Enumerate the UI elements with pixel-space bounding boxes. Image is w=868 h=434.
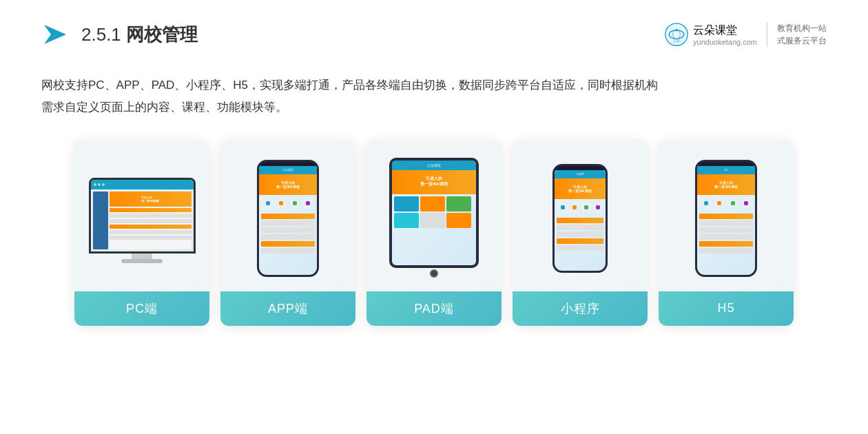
phone-screen-app: 云朵课堂 引进人的第一堂WA课程 — [259, 166, 317, 275]
pc-row-1 — [110, 208, 192, 212]
card-miniprogram-label: 小程序 — [513, 291, 648, 326]
phone-icons-h5 — [697, 195, 755, 211]
phone-frame-h5: H5 引进人的第一堂WA课程 — [695, 160, 757, 277]
icon-item-2 — [276, 198, 286, 209]
brand-slogan: 教育机构一站 式服务云平台 — [777, 22, 827, 47]
phone-banner-app: 引进人的第一堂WA课程 — [259, 174, 317, 195]
phone-row-h5 — [699, 241, 753, 247]
phone-header-h5: H5 — [697, 166, 755, 174]
pad-banner-text: 引进人的第一堂WA课程 — [420, 176, 448, 187]
card-miniprogram: 小程序 引进人的第一堂WA课程 — [513, 140, 648, 326]
phone-notch-h5 — [716, 162, 736, 166]
pad-home-btn — [430, 269, 438, 278]
card-pad: 云朵课堂 引进人的第一堂WA课程 — [366, 140, 502, 326]
pc-base — [121, 259, 163, 263]
svg-point-4 — [675, 29, 678, 32]
cards-container: 引进人的第一堂WA课程 — [41, 140, 827, 326]
desc-line2: 需求自定义页面上的内容、课程、功能模块等。 — [41, 96, 827, 118]
card-h5: H5 引进人的第一堂WA课程 — [659, 140, 794, 326]
brand-site: yunduoketang.com — [693, 38, 757, 46]
card-pad-image: 云朵课堂 引进人的第一堂WA课程 — [366, 140, 502, 291]
phone-row-m4 — [557, 238, 603, 244]
card-pc-image: 引进人的第一堂WA课程 — [74, 140, 209, 291]
phone-header-mini: 小程序 — [555, 170, 606, 178]
pc-dot-2 — [98, 183, 101, 186]
device-phone-app: 云朵课堂 引进人的第一堂WA课程 — [257, 160, 319, 277]
phone-icons-app — [259, 195, 317, 211]
phone-header-app: 云朵课堂 — [259, 166, 317, 174]
phone-row-m3 — [557, 231, 603, 237]
card-pc-label: PC端 — [74, 291, 209, 326]
icon-dot-m2 — [572, 205, 577, 209]
pc-banner: 引进人的第一堂WA课程 — [110, 192, 192, 207]
icon-item-m4 — [593, 202, 603, 213]
brand-name: 云朵课堂 — [693, 23, 757, 38]
phone-frame-mini: 小程序 引进人的第一堂WA课程 — [552, 164, 608, 273]
pad-grid-3 — [446, 196, 471, 211]
icon-dot-h2 — [717, 201, 721, 205]
phone-row-5 — [261, 241, 315, 247]
description: 网校支持PC、APP、PAD、小程序、H5，实现多端打通，产品各终端自由切换，数… — [41, 74, 827, 119]
pc-dot-3 — [102, 183, 105, 186]
slogan-line1: 教育机构一站 — [777, 22, 827, 34]
card-app-label: APP端 — [220, 291, 355, 326]
phone-row-4 — [261, 234, 315, 240]
brand-icon: 云朵 — [664, 22, 689, 47]
icon-dot-m3 — [584, 205, 588, 209]
icon-dot-4 — [306, 201, 310, 205]
phone-content-h5 — [697, 211, 755, 256]
phone-notch-app — [278, 162, 298, 166]
pad-grid — [392, 194, 476, 230]
phone-banner-text-app: 引进人的第一堂WA课程 — [276, 180, 299, 189]
pc-row-3 — [110, 219, 192, 223]
phone-row-h4 — [699, 234, 753, 240]
phone-frame-app: 云朵课堂 引进人的第一堂WA课程 — [257, 160, 319, 277]
phone-row-1 — [261, 214, 315, 219]
phone-content-app — [259, 211, 317, 256]
card-app: 云朵课堂 引进人的第一堂WA课程 — [220, 140, 355, 326]
header-left: 2.5.1 网校管理 — [41, 21, 198, 48]
pc-row-6 — [110, 236, 192, 240]
phone-row-h3 — [699, 227, 753, 233]
card-pc: 引进人的第一堂WA课程 — [74, 140, 209, 326]
card-pad-label: PAD端 — [366, 291, 502, 326]
icon-item-h2 — [714, 198, 724, 209]
card-h5-image: H5 引进人的第一堂WA课程 — [659, 140, 794, 291]
pc-monitor: 引进人的第一堂WA课程 — [89, 178, 196, 254]
section-number: 2.5.1 — [81, 24, 121, 45]
pad-frame: 云朵课堂 引进人的第一堂WA课程 — [389, 158, 479, 268]
phone-content-mini — [555, 216, 606, 253]
desc-line1: 网校支持PC、APP、PAD、小程序、H5，实现多端打通，产品各终端自由切换，数… — [41, 74, 827, 96]
brand-logo: 云朵 云朵课堂 yunduoketang.com 教育机构一站 式服务云平台 — [664, 22, 827, 47]
svg-text:云朵: 云朵 — [673, 39, 680, 43]
icon-item-m3 — [581, 202, 591, 213]
phone-row-6 — [261, 248, 315, 254]
header: 2.5.1 网校管理 云朵 云朵课堂 yunduoketang.com 教育机构… — [41, 21, 827, 55]
phone-row-h6 — [699, 248, 753, 254]
card-app-image: 云朵课堂 引进人的第一堂WA课程 — [220, 140, 355, 291]
pad-banner: 引进人的第一堂WA课程 — [392, 170, 476, 194]
brand-text-block: 云朵课堂 yunduoketang.com — [693, 23, 757, 46]
phone-screen-h5: H5 引进人的第一堂WA课程 — [697, 166, 755, 275]
pad-grid-6 — [446, 213, 471, 228]
icon-item-3 — [290, 198, 300, 209]
phone-banner-text-h5: 引进人的第一堂WA课程 — [714, 180, 737, 189]
logo-arrow-icon — [41, 21, 69, 48]
pad-grid-2 — [420, 196, 445, 211]
icon-item-m1 — [558, 202, 568, 213]
icon-dot-h4 — [744, 201, 748, 205]
pc-row-2 — [110, 214, 192, 218]
page-container: 2.5.1 网校管理 云朵 云朵课堂 yunduoketang.com 教育机构… — [0, 0, 868, 434]
phone-notch-mini — [570, 166, 590, 170]
device-pad: 云朵课堂 引进人的第一堂WA课程 — [389, 158, 479, 279]
icon-item-h1 — [701, 198, 711, 209]
phone-row-m5 — [557, 245, 603, 251]
phone-row-m1 — [557, 218, 603, 223]
svg-marker-0 — [44, 25, 66, 44]
phone-banner-h5: 引进人的第一堂WA课程 — [697, 174, 755, 195]
brand-divider — [767, 22, 767, 47]
phone-row-m2 — [557, 225, 603, 230]
title-text: 网校管理 — [126, 24, 198, 45]
icon-dot-h1 — [704, 201, 708, 205]
pc-row-5 — [110, 230, 192, 234]
